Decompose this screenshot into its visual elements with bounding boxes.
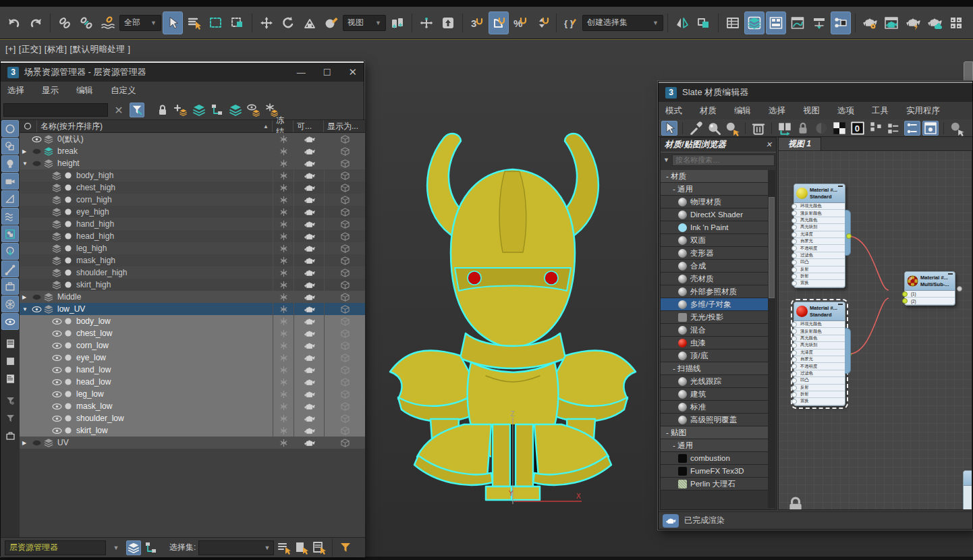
tree-row-head_low[interactable]: head_low <box>20 376 365 388</box>
browser-item-DirectX Shader[interactable]: DirectX Shader <box>661 208 769 221</box>
renderable-toggle[interactable] <box>294 133 324 145</box>
row-name[interactable]: leg_high <box>75 244 107 253</box>
cameras-filter-button[interactable] <box>1 173 19 190</box>
node-slot-高光颜色[interactable]: 高光颜色 <box>794 217 845 224</box>
tree-row-head_high[interactable]: head_high <box>20 230 365 242</box>
use-pivot-point-button[interactable] <box>387 11 408 34</box>
material-node-standard-1[interactable]: Material #...Standard 环境光颜色漫反射颜色高光颜色高光级别… <box>794 184 845 288</box>
row-name[interactable]: UV <box>56 438 69 447</box>
material-node-standard-2[interactable]: Material #...Standard 环境光颜色漫反射颜色高光颜色高光级别… <box>794 302 845 406</box>
slate-menu-编辑[interactable]: 编辑 <box>734 105 751 117</box>
tree-row-Middle[interactable]: ▶Middle <box>20 291 365 303</box>
layout-horizontal-button[interactable] <box>886 121 902 136</box>
node-minimize-icon[interactable] <box>838 186 843 187</box>
browser-item-光线跟踪[interactable]: 光线跟踪 <box>661 375 769 388</box>
tree-row-hand_low[interactable]: hand_low <box>20 364 365 376</box>
frozen-toggle[interactable] <box>273 169 294 181</box>
browser-item-壳材质[interactable]: 壳材质 <box>661 273 769 285</box>
eye-hidden-icon[interactable] <box>32 148 44 155</box>
reference-coordinate-dropdown[interactable]: 视图▼ <box>343 15 386 31</box>
bind-to-spacewarp-button[interactable] <box>98 11 118 34</box>
browser-section-- 扫描线[interactable]: - 扫描线 <box>661 362 769 375</box>
parameter-editor-toggle-button[interactable] <box>922 121 939 136</box>
frozen-toggle[interactable] <box>273 303 294 315</box>
renderable-toggle[interactable] <box>294 145 324 157</box>
material-editor-button[interactable] <box>831 11 851 34</box>
explorer-menu-编辑[interactable]: 编辑 <box>76 85 93 96</box>
browser-item-combustion[interactable]: combustion <box>661 452 769 465</box>
slate-menu-实用程序[interactable]: 实用程序 <box>906 105 940 117</box>
renderable-toggle[interactable] <box>294 327 324 339</box>
nested-layers-button[interactable] <box>210 103 225 117</box>
renderable-toggle[interactable] <box>294 254 324 267</box>
frozen-filter-button[interactable] <box>1 296 19 312</box>
tree-column-headers[interactable]: 名称(按升序排序) ▲ 冻结 可... 显示为... <box>20 119 365 133</box>
display-as-toggle[interactable] <box>324 145 365 157</box>
close-button[interactable]: ✕ <box>348 66 357 78</box>
eye-visible-icon[interactable] <box>52 366 64 374</box>
snaps-toggle-button[interactable]: 3 <box>467 11 487 34</box>
tree-row-eye_high[interactable]: eye_high <box>20 206 365 218</box>
eye-hidden-icon[interactable] <box>32 160 44 167</box>
row-name[interactable]: body_high <box>75 171 113 180</box>
background-checker-button[interactable] <box>831 121 847 136</box>
frozen-toggle[interactable] <box>273 133 294 145</box>
column-visible[interactable]: 可... <box>294 120 324 132</box>
row-name[interactable]: 0(默认) <box>56 134 84 145</box>
display-as-toggle[interactable] <box>324 242 365 254</box>
tree-row-0(默认)[interactable]: 0(默认) <box>20 133 365 145</box>
viewport-label[interactable]: [+] [正交] [标准] [默认明暗处理 ] <box>5 44 130 55</box>
display-as-toggle[interactable] <box>324 157 365 169</box>
command-panel-collapsed-tab[interactable] <box>964 61 973 82</box>
display-as-toggle[interactable] <box>324 206 365 218</box>
sort-by-hierarchy-button[interactable] <box>144 540 159 555</box>
align-button[interactable] <box>694 11 714 34</box>
renderable-toggle[interactable] <box>294 267 324 279</box>
browser-search-input[interactable] <box>672 155 775 166</box>
explorer-menu-显示[interactable]: 显示 <box>42 85 59 96</box>
renderable-toggle[interactable] <box>294 315 324 327</box>
multisub-output-dot[interactable] <box>957 286 962 291</box>
browser-item-FumeFX Tex3D[interactable]: FumeFX Tex3D <box>661 465 769 478</box>
frozen-toggle[interactable] <box>273 267 294 279</box>
select-objects-in-set-button[interactable] <box>312 540 327 555</box>
tree-row-chest_high[interactable]: chest_high <box>20 181 365 194</box>
angle-snap-toggle-button[interactable] <box>489 11 509 34</box>
display-as-toggle[interactable] <box>324 279 365 291</box>
display-as-toggle[interactable] <box>324 254 365 267</box>
renderable-toggle[interactable] <box>294 218 324 230</box>
tree-row-low_UV[interactable]: ▼low_UV <box>20 303 365 315</box>
select-and-place-button[interactable] <box>321 11 341 34</box>
browser-item-顶/底[interactable]: 顶/底 <box>661 349 769 362</box>
frozen-toggle[interactable] <box>273 230 294 242</box>
groups-filter-button[interactable] <box>1 225 19 242</box>
browser-item-Perlin 大理石[interactable]: Perlin 大理石 <box>661 478 769 491</box>
renderable-toggle[interactable] <box>294 242 324 254</box>
renderable-toggle[interactable] <box>294 352 324 364</box>
node-slot-环境光颜色[interactable]: 环境光颜色 <box>794 203 845 210</box>
geometry-filter-button[interactable] <box>1 120 19 137</box>
row-name[interactable]: mask_low <box>75 401 112 411</box>
renderable-toggle[interactable] <box>294 400 324 412</box>
node-slot-过滤色[interactable]: 过滤色 <box>794 370 845 377</box>
tree-row-UV[interactable]: ▶UV <box>20 437 365 449</box>
undo-button[interactable] <box>4 11 24 34</box>
display-as-toggle[interactable] <box>324 194 365 206</box>
select-column-icon[interactable] <box>20 120 37 132</box>
node-slot-不透明度[interactable]: 不透明度 <box>794 245 845 252</box>
frozen-toggle[interactable] <box>273 279 294 291</box>
tree-row-leg_low[interactable]: leg_low <box>20 388 365 400</box>
row-name[interactable]: head_low <box>75 377 111 387</box>
curve-editor-button[interactable] <box>787 11 808 34</box>
renderable-toggle[interactable] <box>294 376 324 388</box>
node-slot-自发光[interactable]: 自发光 <box>794 238 845 245</box>
eye-visible-icon[interactable] <box>52 342 64 349</box>
node-slot-漫反射颜色[interactable]: 漫反射颜色 <box>794 328 845 335</box>
percent-snap-toggle-button[interactable]: % <box>510 11 530 34</box>
renderable-toggle[interactable] <box>294 412 324 424</box>
frozen-toggle[interactable] <box>273 194 294 206</box>
row-name[interactable]: chest_high <box>75 183 115 192</box>
tree-row-mask_high[interactable]: mask_high <box>20 254 365 267</box>
eye-visible-icon[interactable] <box>52 403 64 410</box>
select-and-link-button[interactable] <box>55 11 75 34</box>
